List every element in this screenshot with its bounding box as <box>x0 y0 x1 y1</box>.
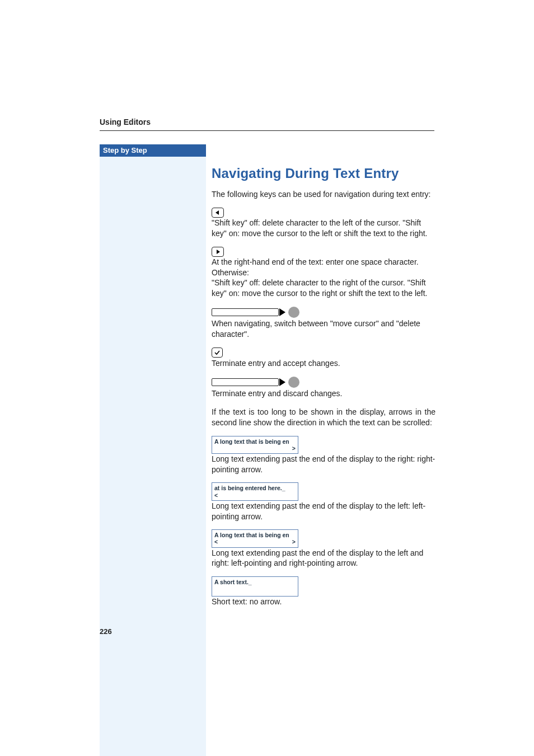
right-key-description: At the right-hand end of the text: enter… <box>212 257 435 299</box>
row-display-left-arrow: at is being entered here._ < Long text e… <box>212 482 435 522</box>
header-rule <box>100 130 434 131</box>
intro-paragraph: The following keys can be used for navig… <box>212 189 435 200</box>
display-arrow-right: > <box>292 538 296 545</box>
display-box-right-overflow: A long text that is being en > <box>212 436 298 454</box>
display-box-short-text: A short text._ <box>212 576 298 597</box>
left-key-description: "Shift key" off: delete character to the… <box>212 218 435 239</box>
row-slider-discard: Terminate entry and discard changes. <box>212 377 435 399</box>
checkmark-key-icon <box>212 348 223 358</box>
slider-discard-icon <box>212 377 299 388</box>
svg-marker-1 <box>217 250 220 254</box>
row-confirm: Terminate entry and accept changes. <box>212 348 435 369</box>
confirm-description: Terminate entry and accept changes. <box>212 358 435 369</box>
page-number: 226 <box>100 627 112 636</box>
running-head: Using Editors <box>100 118 151 126</box>
scroll-intro-paragraph: If the text is too long to be shown in t… <box>212 407 435 428</box>
display-box-left-overflow: at is being entered here._ < <box>212 482 298 500</box>
content-column: Navigating During Text Entry The followi… <box>212 157 435 615</box>
row-display-both-arrows: A long text that is being en < > Long te… <box>212 529 435 569</box>
display-arrow-right: > <box>292 445 296 452</box>
slider-toggle-description: When navigating, switch between "move cu… <box>212 318 435 340</box>
display-line1: A long text that is being en <box>214 438 296 445</box>
display-box-both-overflow: A long text that is being en < > <box>212 529 298 547</box>
sidebar-column <box>100 157 206 756</box>
sidebar-tab-step-by-step: Step by Step <box>100 144 206 157</box>
row-slider-toggle: When navigating, switch between "move cu… <box>212 307 435 340</box>
display-line1: A short text._ <box>214 579 296 585</box>
section-title: Navigating During Text Entry <box>212 166 435 181</box>
display-right-description: Long text extending past the end of the … <box>212 454 435 475</box>
right-arrow-key-icon <box>212 247 224 257</box>
display-arrow-left: < <box>214 538 218 545</box>
row-display-right-arrow: A long text that is being en > Long text… <box>212 436 435 475</box>
row-display-short: A short text._ Short text: no arrow. <box>212 576 435 607</box>
slider-switch-icon <box>212 307 299 318</box>
display-short-description: Short text: no arrow. <box>212 597 435 607</box>
display-both-description: Long text extending past the end of the … <box>212 548 435 569</box>
slider-discard-description: Terminate entry and discard changes. <box>212 388 435 399</box>
svg-marker-0 <box>216 210 219 215</box>
left-arrow-key-icon <box>212 208 224 218</box>
display-line1: at is being entered here._ <box>214 485 296 491</box>
display-left-description: Long text extending past the end of the … <box>212 501 435 522</box>
row-left-key: "Shift key" off: delete character to the… <box>212 208 435 239</box>
document-page: Using Editors Step by Step Navigating Du… <box>0 0 534 756</box>
display-arrow-left: < <box>214 492 218 499</box>
row-right-key: At the right-hand end of the text: enter… <box>212 247 435 299</box>
display-line1: A long text that is being en <box>214 532 296 538</box>
